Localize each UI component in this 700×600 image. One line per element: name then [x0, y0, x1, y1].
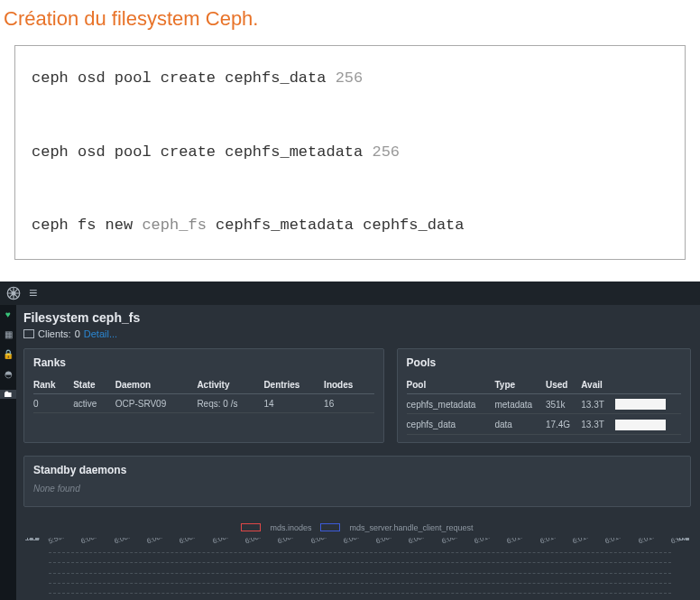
x-tick-label: 6:00:43 pm [342, 538, 378, 546]
ranks-panel: Ranks Rank State Daemon Activity Dentrie… [23, 348, 384, 443]
ranks-title: Ranks [33, 356, 374, 369]
code-text: ceph osd pool create cephfs_data [32, 69, 336, 87]
y-left-tick: 13.0 [25, 538, 40, 542]
legend-swatch-blue [320, 523, 340, 531]
x-tick-label: 6:00:38 pm [309, 538, 345, 546]
th-state: State [73, 376, 115, 394]
code-text: ceph osd pool create cephfs_metadata [32, 143, 372, 161]
th-type: Type [494, 376, 545, 394]
th-bar [615, 376, 681, 394]
th-pool: Pool [407, 376, 495, 394]
pools-title: Pools [407, 356, 681, 369]
cell-pool: cephfs_data [407, 414, 495, 434]
th-inodes: Inodes [324, 376, 373, 394]
th-dentries: Dentries [263, 376, 324, 394]
code-fsname: ceph_fs [142, 217, 206, 234]
x-tick-label: 5:59:58 pm [47, 538, 83, 546]
y-right-tick: -1 [683, 538, 689, 542]
cell-type: data [494, 414, 545, 434]
table-row: cephfs_data data 17.4G 13.3T [407, 414, 681, 434]
x-tick-label: 6:01:28 pm [637, 538, 673, 546]
monitor-icon [23, 329, 34, 338]
pools-panel: Pools Pool Type Used Avail cephfs_metada… [397, 348, 691, 443]
cell-used: 351k [546, 393, 581, 413]
clients-label: Clients: [38, 328, 71, 339]
sidebar-item-filesystem[interactable]: 🖿 [0, 390, 16, 399]
dashboard-screenshot: ≡ ♥ ▦ 🔒 ◓ 🖿 Filesystem ceph_fs Clients: … [0, 282, 700, 600]
section-heading: Création du filesystem Ceph. [0, 0, 700, 45]
th-avail: Avail [581, 376, 614, 394]
chart: 5:59:58 pm6:00:03 pm6:00:08 pm6:00:13 pm… [23, 538, 691, 600]
cell-state: active [73, 393, 115, 412]
menu-icon[interactable]: ≡ [29, 285, 37, 301]
chart-legend: mds.inodes mds_server.handle_client_requ… [23, 523, 691, 532]
x-tick-label: 6:00:08 pm [113, 538, 149, 546]
table-row: 0 active OCP-SRV09 Reqs: 0 /s 14 16 [33, 393, 374, 412]
code-text: ceph fs new [32, 217, 142, 234]
x-tick-label: 6:01:23 pm [604, 538, 640, 546]
cell-used: 17.4G [546, 414, 581, 434]
cell-type: metadata [494, 393, 545, 413]
sidebar-item-lock[interactable]: 🔒 [2, 350, 14, 359]
ceph-logo-icon [5, 285, 22, 301]
legend-label-1: mds.inodes [270, 523, 311, 532]
standby-panel: Standby daemons None found [23, 456, 691, 507]
usage-bar [615, 399, 666, 410]
th-activity: Activity [197, 376, 263, 394]
th-used: Used [546, 376, 581, 394]
legend-label-2: mds_server.handle_client_request [349, 523, 473, 532]
x-tick-label: 6:00:53 pm [408, 538, 444, 546]
x-tick-label: 6:00:58 pm [440, 538, 476, 546]
x-tick-label: 6:00:18 pm [179, 538, 215, 546]
clients-row: Clients: 0 Detail... [23, 328, 691, 339]
top-bar: ≡ [0, 282, 700, 305]
code-text: cephfs_metadata cephfs_data [207, 217, 465, 234]
x-tick-label: 6:01:08 pm [506, 538, 542, 546]
ranks-table: Rank State Daemon Activity Dentries Inod… [33, 376, 374, 413]
standby-title: Standby daemons [33, 464, 681, 476]
code-number: 256 [372, 143, 400, 161]
x-tick-label: 6:00:28 pm [244, 538, 280, 546]
x-tick-label: 6:00:13 pm [145, 538, 181, 546]
cell-avail: 13.3T [581, 393, 614, 413]
pools-table: Pool Type Used Avail cephfs_metadata met… [407, 376, 681, 435]
code-block: ceph osd pool create cephfs_data 256 cep… [14, 45, 686, 260]
sidebar-item-block[interactable]: ◓ [2, 370, 14, 379]
legend-swatch-red [241, 523, 261, 531]
x-tick-label: 6:00:03 pm [80, 538, 116, 546]
page-title: Filesystem ceph_fs [23, 310, 691, 325]
cell-bar [615, 393, 681, 413]
th-rank: Rank [33, 376, 73, 394]
usage-bar [615, 420, 666, 430]
x-tick-label: 6:00:33 pm [277, 538, 313, 546]
cell-pool: cephfs_metadata [407, 393, 495, 413]
x-tick-label: 6:01:13 pm [539, 538, 575, 546]
sidebar: ♥ ▦ 🔒 ◓ 🖿 [0, 305, 16, 600]
x-tick-label: 6:01:03 pm [473, 538, 509, 546]
sidebar-item-health[interactable]: ♥ [2, 310, 14, 319]
code-number: 256 [336, 69, 364, 87]
cell-activity: Reqs: 0 /s [197, 393, 263, 412]
standby-none: None found [33, 484, 681, 494]
sidebar-item-cluster[interactable]: ▦ [2, 330, 14, 339]
svg-point-1 [12, 291, 15, 295]
x-tick-label: 6:00:48 pm [374, 538, 410, 546]
cell-rank: 0 [33, 393, 73, 412]
x-tick-label: 6:00:23 pm [211, 538, 247, 546]
cell-daemon: OCP-SRV09 [115, 393, 198, 412]
x-tick-label: 6:01:18 pm [571, 538, 607, 546]
cell-avail: 13.3T [581, 414, 614, 434]
cell-inodes: 16 [324, 393, 373, 412]
clients-count: 0 [75, 328, 80, 339]
clients-detail-link[interactable]: Detail... [84, 328, 117, 339]
cell-bar [615, 414, 681, 434]
cell-dentries: 14 [263, 393, 324, 412]
table-row: cephfs_metadata metadata 351k 13.3T [407, 393, 681, 413]
th-daemon: Daemon [115, 376, 198, 394]
